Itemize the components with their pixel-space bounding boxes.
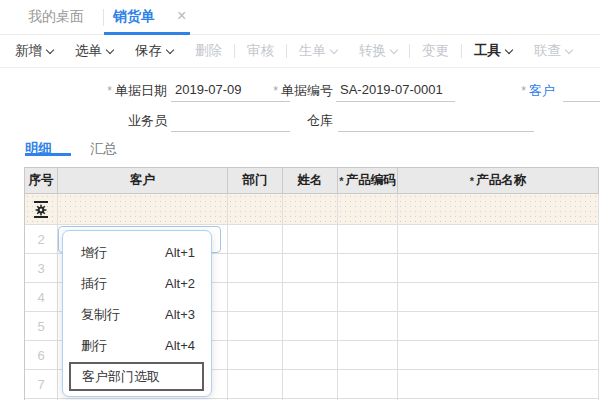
grid-cell[interactable] [228, 283, 283, 312]
gear-icon [35, 204, 47, 216]
grid-cell[interactable] [398, 194, 599, 225]
grid-cell[interactable] [283, 341, 338, 370]
tab-summary[interactable]: 汇总 [90, 140, 117, 158]
toolbar-separator [409, 44, 410, 58]
shortcut-label: Alt+3 [165, 307, 195, 322]
close-icon[interactable]: × [177, 7, 186, 25]
new-button[interactable]: 新增 [15, 42, 53, 60]
grid-cell[interactable] [398, 312, 599, 341]
grid-cell[interactable] [398, 341, 599, 370]
linked-query-button[interactable]: 联查 [534, 42, 572, 60]
delete-button[interactable]: 删除 [195, 42, 222, 60]
tab-sales-invoice[interactable]: 销货单 [113, 8, 155, 26]
grid-cell[interactable] [283, 225, 338, 254]
grid-cell[interactable] [283, 283, 338, 312]
column-settings-button[interactable] [34, 201, 48, 218]
doc-no-label: *单据编号 [255, 81, 333, 101]
grid-cell[interactable] [228, 341, 283, 370]
col-header-product-name: *产品名称 [398, 168, 599, 194]
row-number[interactable]: 6 [25, 341, 58, 370]
grid-cell[interactable] [338, 225, 398, 254]
customer-input[interactable] [563, 80, 600, 102]
convert-button[interactable]: 转换 [359, 42, 397, 60]
tools-button[interactable]: 工具 [474, 42, 512, 60]
grid-cell[interactable] [25, 194, 58, 225]
grid-cell[interactable] [338, 312, 398, 341]
toolbar: 新增 选单 保存 删除 审核 生单 转换 变更 工具 联查 [0, 35, 600, 68]
grid-cell[interactable] [228, 312, 283, 341]
change-button[interactable]: 变更 [422, 42, 449, 60]
grid-cell[interactable] [283, 194, 338, 225]
col-header-department: 部门 [228, 168, 283, 194]
toolbar-separator [234, 44, 235, 58]
chevron-down-icon [565, 45, 573, 53]
menu-item-customer-department-pick[interactable]: 客户部门选取 [69, 362, 204, 391]
doc-date-label: *单据日期 [0, 81, 167, 101]
grid-cell[interactable] [338, 254, 398, 283]
chevron-down-icon [505, 45, 513, 53]
col-header-product-code: *产品编码 [338, 168, 398, 194]
chevron-down-icon [330, 45, 338, 53]
doc-no-input[interactable]: SA-2019-07-0001 [336, 80, 455, 102]
menu-item-add-row[interactable]: 增行 Alt+1 [63, 237, 211, 268]
toolbar-separator [286, 44, 287, 58]
select-doc-button[interactable]: 选单 [75, 42, 113, 60]
customer-label: *客户 [480, 81, 555, 101]
col-header-rownum: 序号 [25, 168, 58, 194]
toolbar-separator [461, 44, 462, 58]
col-header-name: 姓名 [283, 168, 338, 194]
grid-cell[interactable] [228, 225, 283, 254]
grid-settings-row [25, 194, 599, 225]
detail-tab-underline [25, 153, 71, 156]
tab-my-desktop[interactable]: 我的桌面 [28, 8, 84, 26]
row-number[interactable]: 5 [25, 312, 58, 341]
warehouse-label: 仓库 [255, 111, 333, 131]
chevron-down-icon [166, 45, 174, 53]
grid-context-menu: 增行 Alt+1 插行 Alt+2 复制行 Alt+3 删行 Alt+4 客户部… [62, 230, 212, 397]
grid-cell[interactable] [228, 194, 283, 225]
grid-cell[interactable] [398, 225, 599, 254]
grid-cell[interactable] [283, 312, 338, 341]
grid-cell[interactable] [338, 341, 398, 370]
row-number[interactable]: 3 [25, 254, 58, 283]
grid-cell[interactable] [283, 254, 338, 283]
shortcut-label: Alt+1 [165, 245, 195, 260]
row-number[interactable]: 4 [25, 283, 58, 312]
grid-cell[interactable] [338, 194, 398, 225]
grid-header-row: 序号 客户 部门 姓名 *产品编码 *产品名称 [25, 168, 599, 194]
shortcut-label: Alt+2 [165, 276, 195, 291]
row-number[interactable]: 7 [25, 370, 58, 399]
window-tab-bar: 我的桌面 销货单 × [0, 0, 600, 35]
save-button[interactable]: 保存 [135, 42, 173, 60]
grid-cell[interactable] [228, 254, 283, 283]
generate-doc-button[interactable]: 生单 [299, 42, 337, 60]
col-header-customer: 客户 [58, 168, 228, 194]
grid-cell[interactable] [398, 283, 599, 312]
salesperson-label: 业务员 [0, 111, 167, 131]
grid-cell[interactable] [338, 370, 398, 399]
menu-item-insert-row[interactable]: 插行 Alt+2 [63, 268, 211, 299]
audit-button[interactable]: 审核 [247, 42, 274, 60]
shortcut-label: Alt+4 [165, 338, 195, 353]
grid-cell[interactable] [283, 370, 338, 399]
chevron-down-icon [390, 45, 398, 53]
grid-cell[interactable] [398, 254, 599, 283]
grid-cell[interactable] [228, 370, 283, 399]
tab-separator [103, 9, 104, 26]
grid-cell[interactable] [398, 370, 599, 399]
grid-cell[interactable] [338, 283, 398, 312]
warehouse-input[interactable] [338, 110, 534, 132]
menu-item-copy-row[interactable]: 复制行 Alt+3 [63, 299, 211, 330]
chevron-down-icon [106, 45, 114, 53]
menu-item-delete-row[interactable]: 删行 Alt+4 [63, 330, 211, 361]
chevron-down-icon [46, 45, 54, 53]
grid-cell[interactable] [58, 194, 228, 225]
row-number[interactable]: 2 [25, 225, 58, 254]
